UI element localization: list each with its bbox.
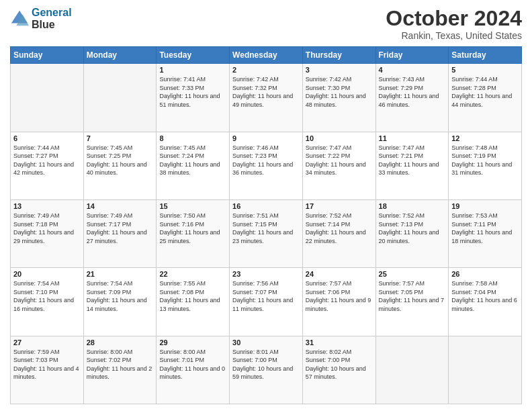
day-info: Sunrise: 7:55 AMSunset: 7:08 PMDaylight:… xyxy=(159,279,226,313)
calendar-cell: 13Sunrise: 7:49 AMSunset: 7:18 PMDayligh… xyxy=(11,199,84,267)
location-subtitle: Rankin, Texas, United States xyxy=(386,30,522,41)
day-info: Sunrise: 7:51 AMSunset: 7:15 PMDaylight:… xyxy=(232,212,300,245)
calendar-cell: 19Sunrise: 7:53 AMSunset: 7:11 PMDayligh… xyxy=(449,199,522,267)
day-info: Sunrise: 7:44 AMSunset: 7:28 PMDaylight:… xyxy=(451,75,519,109)
day-number: 14 xyxy=(87,202,154,210)
day-info: Sunrise: 7:43 AMSunset: 7:29 PMDaylight:… xyxy=(379,75,446,109)
calendar-week-3: 20Sunrise: 7:54 AMSunset: 7:10 PMDayligh… xyxy=(11,268,522,336)
day-info: Sunrise: 8:00 AMSunset: 7:01 PMDaylight:… xyxy=(159,348,226,381)
day-info: Sunrise: 7:47 AMSunset: 7:22 PMDaylight:… xyxy=(306,144,373,177)
day-number: 31 xyxy=(306,338,373,347)
calendar-week-2: 13Sunrise: 7:49 AMSunset: 7:18 PMDayligh… xyxy=(11,199,522,267)
day-number: 3 xyxy=(306,66,373,74)
calendar-cell: 6Sunrise: 7:44 AMSunset: 7:27 PMDaylight… xyxy=(11,132,84,199)
calendar-cell: 12Sunrise: 7:48 AMSunset: 7:19 PMDayligh… xyxy=(449,132,522,199)
calendar-cell xyxy=(449,336,522,404)
day-info: Sunrise: 7:59 AMSunset: 7:03 PMDaylight:… xyxy=(13,348,81,381)
day-info: Sunrise: 7:50 AMSunset: 7:16 PMDaylight:… xyxy=(159,212,226,245)
header: General Blue October 2024 Rankin, Texas,… xyxy=(10,7,522,41)
day-number: 25 xyxy=(379,270,446,278)
calendar-week-1: 6Sunrise: 7:44 AMSunset: 7:27 PMDaylight… xyxy=(11,132,522,199)
day-info: Sunrise: 7:44 AMSunset: 7:27 PMDaylight:… xyxy=(13,144,81,177)
calendar-cell: 22Sunrise: 7:55 AMSunset: 7:08 PMDayligh… xyxy=(157,268,230,336)
day-info: Sunrise: 7:49 AMSunset: 7:17 PMDaylight:… xyxy=(87,212,154,245)
day-info: Sunrise: 8:00 AMSunset: 7:02 PMDaylight:… xyxy=(87,348,154,381)
calendar-cell: 7Sunrise: 7:45 AMSunset: 7:25 PMDaylight… xyxy=(83,132,157,199)
calendar-cell: 2Sunrise: 7:42 AMSunset: 7:32 PMDaylight… xyxy=(230,64,303,132)
day-number: 6 xyxy=(13,134,81,142)
day-info: Sunrise: 7:47 AMSunset: 7:21 PMDaylight:… xyxy=(379,144,446,177)
day-info: Sunrise: 7:48 AMSunset: 7:19 PMDaylight:… xyxy=(451,144,519,177)
calendar-cell: 5Sunrise: 7:44 AMSunset: 7:28 PMDaylight… xyxy=(449,64,522,132)
logo-line2: Blue xyxy=(32,19,72,31)
page: General Blue October 2024 Rankin, Texas,… xyxy=(0,0,532,411)
logo-line1: General xyxy=(32,7,72,18)
calendar-cell: 16Sunrise: 7:51 AMSunset: 7:15 PMDayligh… xyxy=(230,199,303,267)
day-info: Sunrise: 7:42 AMSunset: 7:32 PMDaylight:… xyxy=(232,75,300,109)
day-info: Sunrise: 7:52 AMSunset: 7:13 PMDaylight:… xyxy=(379,212,446,245)
calendar-cell: 11Sunrise: 7:47 AMSunset: 7:21 PMDayligh… xyxy=(375,132,449,199)
day-number: 5 xyxy=(451,66,519,74)
calendar-cell: 10Sunrise: 7:47 AMSunset: 7:22 PMDayligh… xyxy=(302,132,375,199)
day-number: 27 xyxy=(13,338,81,347)
day-number: 30 xyxy=(232,338,300,347)
calendar-cell: 24Sunrise: 7:57 AMSunset: 7:06 PMDayligh… xyxy=(302,268,375,336)
day-number: 13 xyxy=(13,202,81,210)
day-number: 16 xyxy=(232,202,300,210)
day-info: Sunrise: 7:52 AMSunset: 7:14 PMDaylight:… xyxy=(306,212,373,245)
calendar-cell: 23Sunrise: 7:56 AMSunset: 7:07 PMDayligh… xyxy=(230,268,303,336)
calendar-cell: 29Sunrise: 8:00 AMSunset: 7:01 PMDayligh… xyxy=(157,336,230,404)
day-info: Sunrise: 7:54 AMSunset: 7:09 PMDaylight:… xyxy=(87,279,154,313)
col-header-sunday: Sunday xyxy=(11,47,84,64)
calendar-cell: 26Sunrise: 7:58 AMSunset: 7:04 PMDayligh… xyxy=(449,268,522,336)
calendar-cell: 21Sunrise: 7:54 AMSunset: 7:09 PMDayligh… xyxy=(83,268,157,336)
day-number: 2 xyxy=(232,66,300,74)
day-number: 24 xyxy=(306,270,373,278)
day-number: 17 xyxy=(306,202,373,210)
day-info: Sunrise: 7:41 AMSunset: 7:33 PMDaylight:… xyxy=(159,75,226,109)
calendar-cell: 4Sunrise: 7:43 AMSunset: 7:29 PMDaylight… xyxy=(375,64,449,132)
calendar-cell: 28Sunrise: 8:00 AMSunset: 7:02 PMDayligh… xyxy=(83,336,157,404)
day-number: 28 xyxy=(87,338,154,347)
calendar-cell: 1Sunrise: 7:41 AMSunset: 7:33 PMDaylight… xyxy=(157,64,230,132)
calendar-cell: 8Sunrise: 7:45 AMSunset: 7:24 PMDaylight… xyxy=(157,132,230,199)
month-title: October 2024 xyxy=(386,7,522,30)
logo-text: General Blue xyxy=(32,7,72,30)
day-info: Sunrise: 7:42 AMSunset: 7:30 PMDaylight:… xyxy=(306,75,373,109)
calendar-header-row: SundayMondayTuesdayWednesdayThursdayFrid… xyxy=(11,47,522,64)
day-number: 15 xyxy=(159,202,226,210)
calendar-cell: 27Sunrise: 7:59 AMSunset: 7:03 PMDayligh… xyxy=(11,336,84,404)
day-number: 22 xyxy=(159,270,226,278)
day-info: Sunrise: 7:45 AMSunset: 7:25 PMDaylight:… xyxy=(87,144,154,177)
day-info: Sunrise: 7:53 AMSunset: 7:11 PMDaylight:… xyxy=(451,212,519,245)
calendar-table: SundayMondayTuesdayWednesdayThursdayFrid… xyxy=(10,46,522,404)
col-header-friday: Friday xyxy=(375,47,449,64)
day-info: Sunrise: 7:45 AMSunset: 7:24 PMDaylight:… xyxy=(159,144,226,177)
calendar-cell: 3Sunrise: 7:42 AMSunset: 7:30 PMDaylight… xyxy=(302,64,375,132)
logo-icon xyxy=(10,9,29,28)
day-number: 1 xyxy=(159,66,226,74)
col-header-tuesday: Tuesday xyxy=(157,47,230,64)
calendar-cell: 18Sunrise: 7:52 AMSunset: 7:13 PMDayligh… xyxy=(375,199,449,267)
day-number: 9 xyxy=(232,134,300,142)
calendar-cell xyxy=(11,64,84,132)
day-number: 20 xyxy=(13,270,81,278)
col-header-wednesday: Wednesday xyxy=(230,47,303,64)
calendar-cell: 9Sunrise: 7:46 AMSunset: 7:23 PMDaylight… xyxy=(230,132,303,199)
day-number: 19 xyxy=(451,202,519,210)
col-header-monday: Monday xyxy=(83,47,157,64)
day-number: 8 xyxy=(159,134,226,142)
day-number: 23 xyxy=(232,270,300,278)
calendar-cell xyxy=(83,64,157,132)
calendar-cell: 25Sunrise: 7:57 AMSunset: 7:05 PMDayligh… xyxy=(375,268,449,336)
day-info: Sunrise: 8:01 AMSunset: 7:00 PMDaylight:… xyxy=(232,348,300,381)
calendar-cell: 20Sunrise: 7:54 AMSunset: 7:10 PMDayligh… xyxy=(11,268,84,336)
calendar-cell: 14Sunrise: 7:49 AMSunset: 7:17 PMDayligh… xyxy=(83,199,157,267)
day-info: Sunrise: 8:02 AMSunset: 7:00 PMDaylight:… xyxy=(306,348,373,381)
day-number: 18 xyxy=(379,202,446,210)
calendar-week-4: 27Sunrise: 7:59 AMSunset: 7:03 PMDayligh… xyxy=(11,336,522,404)
day-number: 12 xyxy=(451,134,519,142)
title-block: October 2024 Rankin, Texas, United State… xyxy=(386,7,522,41)
day-info: Sunrise: 7:56 AMSunset: 7:07 PMDaylight:… xyxy=(232,279,300,313)
calendar-cell xyxy=(375,336,449,404)
